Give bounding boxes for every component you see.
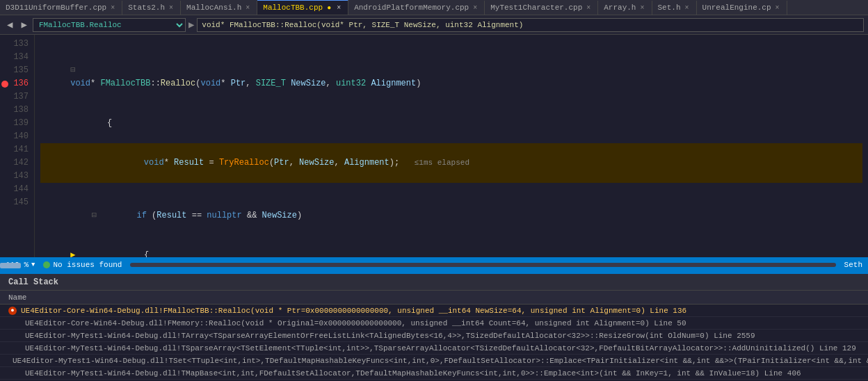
line-135: 135: [0, 64, 34, 77]
call-stack-header: Call Stack: [0, 274, 868, 291]
tab-array[interactable]: Array.h ×: [598, 1, 652, 15]
issues-text: No issues found: [53, 261, 122, 269]
tab-seth[interactable]: Set.h ×: [652, 1, 697, 15]
code-line-138: ⊟ if (Result == nullptr && NewSize): [40, 196, 862, 236]
tab-malloctbb[interactable]: MallocTBB.cpp ● ×: [257, 0, 348, 15]
error-icon-1: ●: [8, 307, 17, 315]
call-stack-item-3-text: UE4Editor-MyTest1-Win64-Debug.dll!TArray…: [25, 332, 755, 340]
scrollbar-area[interactable]: [130, 263, 835, 267]
call-stack-item-6[interactable]: UE4Editor-MyTest1-Win64-Debug.dll!TMapBa…: [0, 367, 868, 380]
status-issues: No issues found: [43, 261, 122, 269]
tab-seth-label: Set.h: [658, 3, 681, 12]
scrollbar-thumb[interactable]: [0, 263, 21, 268]
tab-seth-close[interactable]: ×: [684, 4, 691, 12]
line-145: 145: [0, 196, 34, 209]
line-139: 139: [0, 117, 34, 130]
call-stack-item-4[interactable]: UE4Editor-MyTest1-Win64-Debug.dll!TSpars…: [0, 342, 868, 355]
tab-mytest1-close[interactable]: ×: [585, 4, 592, 12]
tab-malloctbb-close[interactable]: ●: [326, 4, 332, 12]
code-line-135: {: [40, 104, 862, 143]
tab-array-close[interactable]: ×: [638, 4, 645, 12]
line-142: 142: [0, 156, 34, 170]
tab-mallocansi-close[interactable]: ×: [244, 4, 251, 12]
line-144: 144: [0, 183, 34, 196]
code-line-137: [40, 183, 862, 196]
call-stack-title: Call Stack: [8, 277, 58, 287]
tab-unrealengine[interactable]: UnrealEngine.cp ×: [697, 1, 787, 15]
tab-d3d11-close[interactable]: ×: [109, 4, 116, 12]
address-separator: ▶: [188, 19, 194, 31]
tab-android-close[interactable]: ×: [472, 4, 479, 12]
tab-mallocansi[interactable]: MallocAnsi.h ×: [181, 1, 257, 15]
line-143: 143: [0, 170, 34, 183]
tab-array-label: Array.h: [604, 3, 636, 12]
address-bar: ◀ ▶ FMallocTBB.Realloc ▶: [0, 15, 868, 35]
scrollbar-track[interactable]: [130, 263, 835, 267]
line-134: 134: [0, 51, 34, 64]
tab-malloctbb-label: MallocTBB.cpp: [263, 3, 323, 12]
line-numbers: 133 134 135 136 137 138 139 140 141 142 …: [0, 35, 35, 257]
tab-stats-close[interactable]: ×: [168, 4, 175, 12]
call-stack-item-6-text: UE4Editor-MyTest1-Win64-Debug.dll!TMapBa…: [25, 369, 801, 378]
code-line-139: ▶ {: [40, 236, 862, 257]
call-stack-item-4-text: UE4Editor-MyTest1-Win64-Debug.dll!TSpars…: [25, 344, 856, 352]
tab-unrealengine-close[interactable]: ×: [774, 4, 781, 12]
line-133: 133: [0, 38, 34, 51]
code-line-134: ⊟ void* FMallocTBB::Realloc(void* Ptr, S…: [40, 51, 862, 104]
address-path-input[interactable]: [197, 18, 864, 32]
call-stack-item-2-text: UE4Editor-Core-Win64-Debug.dll!FMemory::…: [25, 319, 686, 327]
zoom-dropdown-icon[interactable]: ▼: [31, 261, 35, 268]
tab-mallocansi-label: MallocAnsi.h: [186, 3, 241, 12]
call-stack-columns: Name: [0, 291, 868, 305]
line-137: 137: [0, 90, 34, 104]
call-stack-item-5-text: UE4Editor-MyTest1-Win64-Debug.dll!TSet<T…: [13, 357, 868, 365]
call-stack-item-5[interactable]: UE4Editor-MyTest1-Win64-Debug.dll!TSet<T…: [0, 355, 868, 367]
nav-forward-button[interactable]: ▶: [18, 19, 29, 31]
status-bar: 119 % ▼ No issues found Seth: [0, 257, 868, 273]
tab-stats-label: Stats2.h: [128, 3, 165, 12]
call-stack-name-column: Name: [8, 293, 26, 302]
nav-back-button[interactable]: ◀: [4, 19, 15, 31]
user-name: Seth: [844, 261, 862, 269]
tab-android-label: AndroidPlatformMemory.cpp: [354, 3, 469, 12]
scope-dropdown[interactable]: FMallocTBB.Realloc: [33, 18, 186, 32]
call-stack-item-1[interactable]: ● UE4Editor-Core-Win64-Debug.dll!FMalloc…: [0, 305, 868, 317]
line-140: 140: [0, 130, 34, 143]
line-141: 141: [0, 143, 34, 156]
user-area: Seth: [844, 261, 862, 269]
code-line-136: void* Result = TryRealloc(Ptr, NewSize, …: [40, 143, 862, 183]
tab-malloctbb-x[interactable]: ×: [335, 4, 342, 12]
call-stack-item-1-text: UE4Editor-Core-Win64-Debug.dll!FMallocTB…: [21, 307, 686, 315]
call-stack-list: ● UE4Editor-Core-Win64-Debug.dll!FMalloc…: [0, 305, 868, 381]
editor-area: 133 134 135 136 137 138 139 140 141 142 …: [0, 35, 868, 257]
tab-d3d11-label: D3D11UniformBuffer.cpp: [6, 3, 106, 12]
line-136[interactable]: 136: [0, 77, 34, 90]
issues-circle-icon: [43, 261, 50, 268]
code-editor[interactable]: ⊟ void* FMallocTBB::Realloc(void* Ptr, S…: [35, 35, 868, 257]
call-stack-panel: Call Stack Name ● UE4Editor-Core-Win64-D…: [0, 273, 868, 381]
tab-stats[interactable]: Stats2.h ×: [122, 1, 181, 15]
tab-d3d11[interactable]: D3D11UniformBuffer.cpp ×: [0, 1, 122, 15]
call-stack-item-3[interactable]: UE4Editor-MyTest1-Win64-Debug.dll!TArray…: [0, 330, 868, 342]
line-138: 138: [0, 104, 34, 117]
tab-unrealengine-label: UnrealEngine.cp: [702, 3, 771, 12]
tab-mytest1[interactable]: MyTest1Character.cpp ×: [485, 1, 598, 15]
tab-bar: D3D11UniformBuffer.cpp × Stats2.h × Mall…: [0, 0, 868, 15]
tab-android[interactable]: AndroidPlatformMemory.cpp ×: [348, 1, 485, 15]
tab-mytest1-label: MyTest1Character.cpp: [490, 3, 582, 12]
code-line-133: [40, 38, 862, 51]
call-stack-item-2[interactable]: UE4Editor-Core-Win64-Debug.dll!FMemory::…: [0, 317, 868, 330]
